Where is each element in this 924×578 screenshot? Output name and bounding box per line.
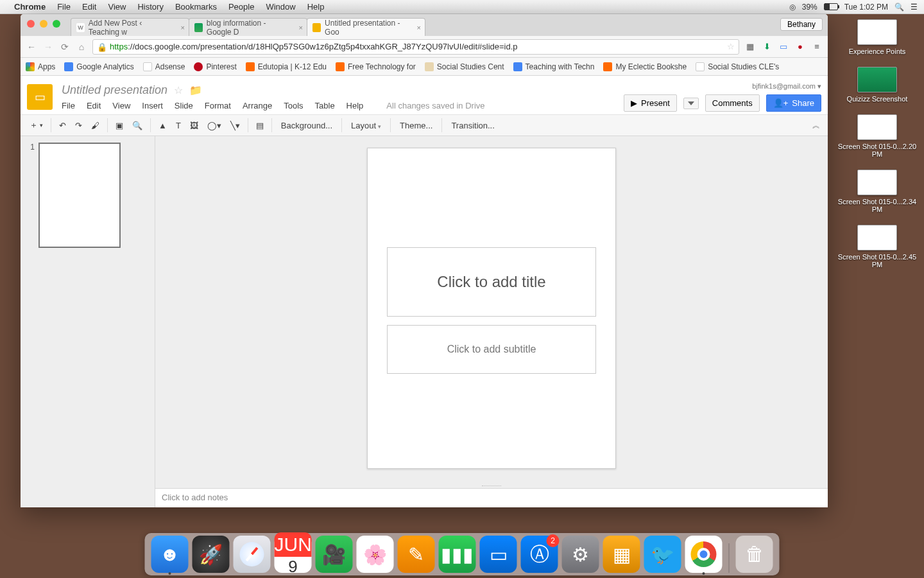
comments-button[interactable]: Comments	[705, 94, 760, 112]
zoom-window-icon[interactable]	[53, 20, 60, 28]
bookmark-item[interactable]: Free Technology for	[336, 62, 416, 71]
menubar-file[interactable]: File	[57, 2, 71, 12]
theme-button[interactable]: Theme...	[395, 118, 438, 133]
present-button[interactable]: ▶Present	[624, 94, 677, 112]
menu-insert[interactable]: Insert	[142, 101, 163, 110]
title-placeholder[interactable]: Click to add title	[387, 247, 596, 317]
menu-format[interactable]: Format	[205, 101, 231, 110]
new-slide-button[interactable]: ＋▾	[26, 117, 47, 134]
collapse-toolbar-icon[interactable]: ︽	[810, 118, 823, 134]
back-button-icon[interactable]: ←	[26, 42, 37, 52]
extension-icon[interactable]: ▭	[778, 41, 789, 53]
menubar-bookmarks[interactable]: Bookmarks	[175, 2, 217, 12]
zoom-fit-icon[interactable]: ▣	[112, 118, 127, 133]
browser-tab-active[interactable]: Untitled presentation - Goo×	[307, 18, 425, 36]
finder-app-icon[interactable]: ☻	[151, 536, 189, 573]
document-title[interactable]: Untitled presentation	[62, 83, 167, 97]
browser-tab[interactable]: blog information - Google D×	[189, 18, 307, 36]
line-tool-icon[interactable]: ╲▾	[227, 118, 244, 133]
account-email[interactable]: bjfink1s@gmail.com ▾	[752, 82, 821, 91]
extension-icon[interactable]: ▦	[744, 41, 756, 53]
menubar-edit[interactable]: Edit	[82, 2, 96, 12]
chrome-menu-icon[interactable]: ≡	[811, 41, 823, 53]
url-input[interactable]: 🔒 https://docs.google.com/presentation/d…	[92, 39, 739, 55]
bookmark-item[interactable]: Adsense	[143, 62, 185, 71]
subtitle-placeholder[interactable]: Click to add subtitle	[387, 325, 596, 374]
move-folder-icon[interactable]: 📁	[189, 84, 202, 96]
menubar-people[interactable]: People	[228, 2, 254, 12]
slide-canvas[interactable]: Click to add title Click to add subtitle	[155, 136, 828, 488]
bookmark-item[interactable]: Pinterest	[194, 62, 236, 71]
comment-icon[interactable]: ▤	[252, 118, 268, 133]
pages-app-icon[interactable]: ✎	[398, 536, 435, 573]
close-tab-icon[interactable]: ×	[299, 24, 303, 31]
background-button[interactable]: Background...	[276, 118, 338, 133]
menubar-view[interactable]: View	[108, 2, 126, 12]
trash-icon[interactable]: 🗑	[736, 536, 773, 573]
desktop-file[interactable]: Screen Shot 015-0...2.20 PM	[835, 114, 919, 158]
pinterest-extension-icon[interactable]: ●	[794, 41, 806, 53]
menu-help[interactable]: Help	[346, 101, 364, 110]
menu-table[interactable]: Table	[315, 101, 335, 110]
select-tool-icon[interactable]: ▲	[155, 118, 171, 133]
launchpad-app-icon[interactable]: 🚀	[193, 536, 230, 573]
bookmark-star-icon[interactable]: ☆	[727, 42, 735, 51]
redo-icon[interactable]: ↷	[71, 118, 86, 133]
textbox-tool-icon[interactable]: T	[172, 118, 185, 133]
calendar-app-icon[interactable]: JUN9	[275, 536, 312, 573]
reload-button-icon[interactable]: ⟳	[59, 42, 71, 52]
notification-center-icon[interactable]: ☰	[911, 3, 918, 12]
menu-tools[interactable]: Tools	[284, 101, 303, 110]
facetime-app-icon[interactable]: 🎥	[316, 536, 353, 573]
menu-file[interactable]: File	[62, 101, 75, 110]
shape-tool-icon[interactable]: ◯▾	[203, 118, 225, 133]
twitter-app-icon[interactable]: 🐦	[644, 536, 681, 573]
home-button-icon[interactable]: ⌂	[76, 42, 87, 52]
numbers-app-icon[interactable]: ▮▮▮	[439, 536, 476, 573]
menubar-help[interactable]: Help	[307, 2, 325, 12]
menu-slide[interactable]: Slide	[175, 101, 193, 110]
menu-arrange[interactable]: Arrange	[243, 101, 272, 110]
menubar-app[interactable]: Chrome	[14, 2, 46, 12]
bookmark-item[interactable]: Edutopia | K-12 Edu	[246, 62, 327, 71]
calculator-app-icon[interactable]: ▦	[603, 536, 640, 573]
bookmark-item[interactable]: Teaching with Techn	[513, 62, 595, 71]
desktop-file[interactable]: Screen Shot 015-0...2.34 PM	[835, 170, 919, 213]
transition-button[interactable]: Transition...	[446, 118, 499, 133]
present-dropdown[interactable]	[683, 98, 699, 109]
close-tab-icon[interactable]: ×	[417, 24, 421, 31]
menubar-window[interactable]: Window	[266, 2, 295, 12]
appstore-app-icon[interactable]: Ⓐ2	[521, 536, 558, 573]
bookmark-item[interactable]: Social Studies CLE's	[696, 62, 779, 71]
bookmark-item[interactable]: Social Studies Cent	[425, 62, 504, 71]
share-button[interactable]: 👤+Share	[766, 94, 821, 112]
bookmark-item[interactable]: Apps	[26, 62, 55, 71]
hotspot-icon[interactable]: ◎	[789, 3, 796, 12]
paint-format-icon[interactable]: 🖌	[87, 118, 103, 133]
close-tab-icon[interactable]: ×	[181, 24, 185, 31]
system-preferences-icon[interactable]: ⚙	[562, 536, 599, 573]
bookmark-item[interactable]: My Eclectic Bookshe	[603, 62, 687, 71]
minimize-window-icon[interactable]	[40, 20, 47, 28]
desktop-file[interactable]: Screen Shot 015-0...2.45 PM	[835, 225, 919, 268]
desktop-file[interactable]: Experience Points	[849, 19, 906, 55]
layout-button[interactable]: Layout▾	[346, 118, 386, 133]
extension-icon[interactable]: ⬇	[761, 41, 773, 53]
slide[interactable]: Click to add title Click to add subtitle	[367, 148, 616, 469]
star-icon[interactable]: ☆	[174, 84, 183, 96]
menu-edit[interactable]: Edit	[87, 101, 101, 110]
forward-button-icon[interactable]: →	[42, 42, 54, 52]
safari-app-icon[interactable]	[234, 536, 271, 573]
zoom-icon[interactable]: 🔍	[128, 118, 146, 133]
browser-tab[interactable]: WAdd New Post ‹ Teaching w×	[71, 18, 189, 36]
speaker-notes[interactable]: Click to add notes	[155, 488, 828, 507]
chrome-app-icon[interactable]	[685, 536, 723, 573]
bookmark-item[interactable]: Google Analytics	[64, 62, 133, 71]
image-tool-icon[interactable]: 🖼	[186, 118, 202, 133]
chrome-profile-button[interactable]: Bethany	[780, 18, 823, 31]
slide-thumbnail[interactable]: 1	[26, 143, 150, 248]
undo-icon[interactable]: ↶	[55, 118, 70, 133]
slides-logo-icon[interactable]: ▭	[27, 84, 53, 110]
menubar-history[interactable]: History	[137, 2, 163, 12]
photos-app-icon[interactable]: 🌸	[357, 536, 394, 573]
